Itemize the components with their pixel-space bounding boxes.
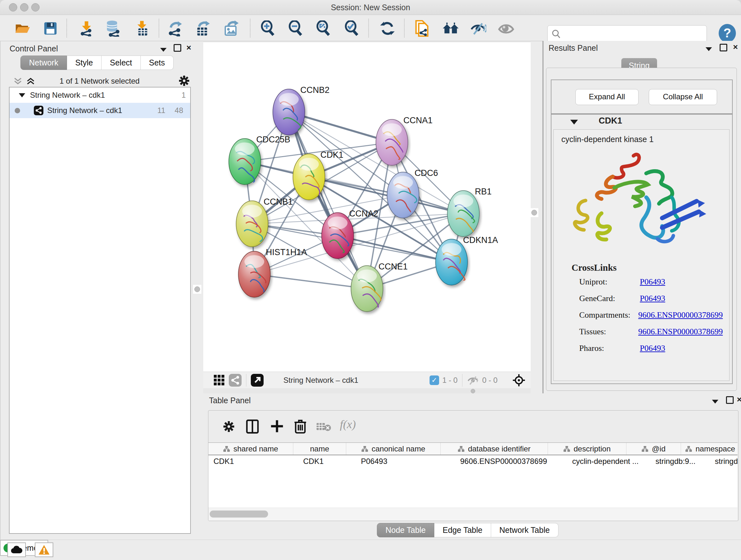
network-node-hist1h1a[interactable]: HIST1H1A: [239, 247, 307, 297]
table-row[interactable]: CDK1CDK1P064939606.ENSP00000378699cyclin…: [208, 455, 738, 468]
fit-selected-crosshair-icon[interactable]: [512, 374, 526, 387]
crosslink-link[interactable]: P06493: [640, 294, 665, 303]
table-cell[interactable]: P06493: [356, 455, 455, 468]
table-cell[interactable]: CDK1: [298, 455, 356, 468]
network-list-view-icon[interactable]: [229, 374, 242, 387]
search-field[interactable]: [547, 25, 707, 43]
panel-close-icon[interactable]: ×: [186, 44, 191, 52]
export-table-icon[interactable]: [194, 20, 211, 37]
show-all-eye-icon[interactable]: [498, 20, 515, 37]
help-icon[interactable]: ?: [719, 24, 736, 43]
save-session-icon[interactable]: [42, 20, 59, 37]
scrollbar-thumb[interactable]: [210, 510, 268, 517]
table-horizontal-scrollbar[interactable]: [208, 508, 738, 521]
grid-view-icon[interactable]: [213, 374, 225, 386]
network-node-cdkn1a[interactable]: CDKN1A: [435, 235, 498, 285]
tab-node-table[interactable]: Node Table: [377, 523, 434, 537]
network-row[interactable]: String Network – cdk1 11 48: [10, 103, 190, 118]
network-canvas[interactable]: CCNB2CCNA1CDC25BCDK1CDC6RB1CCNB1CCNA2CDK…: [203, 42, 531, 372]
open-session-icon[interactable]: [14, 20, 30, 37]
cloud-status-button[interactable]: [7, 543, 26, 557]
panel-menu-icon[interactable]: [159, 47, 167, 52]
table-cell[interactable]: CDK1: [208, 455, 298, 468]
column-header-database-identifier[interactable]: database identifier: [441, 443, 548, 455]
shared-column-tree-icon: [563, 446, 570, 452]
node-table[interactable]: shared namenamecanonical namedatabase id…: [208, 442, 738, 508]
network-edge[interactable]: [254, 274, 367, 289]
collection-expand-icon[interactable]: [18, 92, 25, 98]
table-options-gear-icon[interactable]: [223, 421, 234, 432]
warning-status-button[interactable]: [35, 543, 53, 557]
column-header-name[interactable]: name: [293, 443, 346, 455]
crosslink-link[interactable]: P06493: [640, 344, 665, 353]
import-network-icon[interactable]: [78, 20, 95, 37]
detach-view-icon[interactable]: [251, 374, 264, 387]
table-cell[interactable]: cyclin-dependent ...: [567, 455, 650, 468]
refresh-icon[interactable]: [379, 20, 396, 37]
expand-all-chevron-icon[interactable]: [26, 77, 36, 85]
zoom-fit-icon[interactable]: [315, 20, 332, 37]
collapse-all-chevron-icon[interactable]: [13, 77, 23, 85]
tab-network-table[interactable]: Network Table: [491, 523, 558, 537]
zoom-in-icon[interactable]: [260, 20, 276, 37]
column-header-canonical-name[interactable]: canonical name: [346, 443, 441, 455]
search-input[interactable]: [563, 29, 706, 39]
function-builder-icon[interactable]: f(x): [340, 418, 356, 431]
collapse-all-button[interactable]: Collapse All: [649, 89, 717, 105]
column-header-description[interactable]: description: [548, 443, 626, 455]
panel-float-icon[interactable]: [720, 44, 727, 51]
tab-style[interactable]: Style: [67, 56, 102, 70]
network-edge[interactable]: [338, 236, 452, 262]
panel-close-icon[interactable]: ×: [737, 395, 741, 403]
panel-menu-icon[interactable]: [705, 47, 713, 52]
table-cell[interactable]: 9606.ENSP00000378699: [455, 455, 567, 468]
network-node-cdc6[interactable]: CDC6: [387, 168, 438, 218]
column-header-namespace[interactable]: namespace: [681, 443, 738, 455]
panel-float-icon[interactable]: [174, 44, 181, 52]
crosslink-link[interactable]: 9606.ENSP00000378699: [638, 310, 723, 320]
tab-network[interactable]: Network: [20, 56, 67, 70]
column-header-shared-name[interactable]: shared name: [208, 443, 293, 455]
tab-select[interactable]: Select: [102, 56, 140, 70]
crosslink-link[interactable]: 9606.ENSP00000378699: [638, 327, 723, 336]
delete-column-trash-icon[interactable]: [294, 419, 307, 434]
export-network-icon[interactable]: [167, 20, 184, 37]
panel-float-icon[interactable]: [726, 396, 734, 404]
network-node-ccne1[interactable]: CCNE1: [351, 262, 408, 312]
network-edge[interactable]: [289, 112, 367, 289]
tab-edge-table[interactable]: Edge Table: [434, 523, 491, 537]
import-network-from-database-icon[interactable]: [105, 20, 121, 37]
table-cell[interactable]: stringdb:9...: [650, 455, 710, 468]
column-header--id[interactable]: @id: [626, 443, 681, 455]
network-collection-row[interactable]: String Network – cdk1 1: [10, 87, 190, 103]
import-table-icon[interactable]: [134, 20, 151, 37]
tab-sets[interactable]: Sets: [141, 56, 174, 70]
copy-network-view-icon[interactable]: [414, 20, 430, 37]
panel-menu-icon[interactable]: [711, 399, 719, 404]
show-columns-icon[interactable]: [246, 420, 259, 434]
crosslink-link[interactable]: P06493: [640, 277, 665, 287]
network-options-gear-icon[interactable]: [179, 75, 190, 86]
node-label-ccna2: CCNA2: [349, 209, 379, 219]
panel-close-icon[interactable]: ×: [733, 43, 738, 51]
create-column-plus-icon[interactable]: [270, 420, 284, 433]
export-image-icon[interactable]: [223, 20, 239, 37]
expand-all-button[interactable]: Expand All: [576, 89, 638, 105]
network-node-ccna1[interactable]: CCNA1: [376, 116, 433, 165]
section-collapse-icon[interactable]: [570, 119, 578, 125]
zoom-out-icon[interactable]: [287, 20, 304, 37]
delete-table-icon[interactable]: [316, 422, 331, 432]
zoom-selected-icon[interactable]: [344, 20, 360, 37]
network-node-ccnb2[interactable]: CCNB2: [273, 85, 330, 135]
splitter-handle[interactable]: [530, 208, 538, 217]
home-icon[interactable]: [442, 20, 459, 37]
hidden-eye-icon[interactable]: [467, 375, 479, 385]
hide-selected-eye-icon[interactable]: [470, 20, 486, 37]
selected-checkbox-icon[interactable]: ✓: [429, 375, 439, 385]
table-cell[interactable]: stringdb: [710, 455, 738, 468]
node-label-cdc25b: CDC25B: [256, 135, 290, 144]
horizontal-splitter[interactable]: [203, 388, 531, 393]
crosslink-row: Compartments:9606.ENSP00000378699: [579, 310, 723, 320]
splitter-handle[interactable]: [193, 285, 201, 294]
network-node-rb1[interactable]: RB1: [448, 187, 492, 237]
